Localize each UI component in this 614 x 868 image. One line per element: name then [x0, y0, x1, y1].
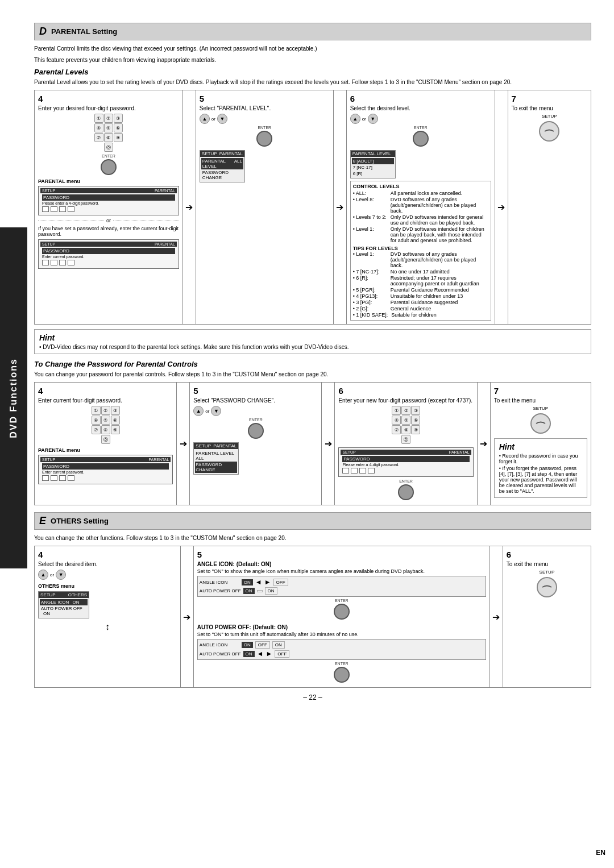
tips-title: TIPS FOR LEVELS — [353, 246, 488, 251]
key3-4: ④ — [392, 416, 401, 425]
up-btn-1[interactable]: ▲ — [200, 114, 210, 124]
screen-body-1: PASSWORD Please enter a 4-digit password… — [40, 193, 177, 213]
auto-power-label: AUTO POWER OFF — [200, 588, 241, 593]
tip-8-val: Suitable for children — [391, 312, 437, 318]
step-4-cell: 4 Enter your desired four-digit password… — [35, 90, 182, 324]
updown-indicator: ↕ — [38, 622, 177, 632]
enter-btn-4[interactable] — [248, 423, 264, 439]
ps3-setup: SETUP — [42, 458, 55, 462]
pw-enter-header: SETUP PARENTAL — [341, 450, 471, 455]
tip-1-key: • Level 1: — [353, 251, 387, 268]
tip-6-val: Parental Guidance suggested — [391, 300, 458, 305]
or-nav-3: or — [205, 409, 209, 414]
arrow-right-2: ► — [265, 650, 272, 658]
others-screen-header: SETUP OTHERS — [39, 592, 89, 598]
down-btn-4[interactable]: ▼ — [56, 570, 66, 580]
enter-btn-6[interactable] — [334, 604, 350, 620]
angle-icon-desc: Set to "ON" to show the angle icon when … — [197, 568, 486, 574]
key-6: ⑥ — [114, 123, 123, 132]
auto-angle-off: OFF — [255, 641, 270, 649]
level-7to2-key: • Levels 7 to 2: — [353, 214, 387, 226]
ps3-enter-pw: Enter current password. — [42, 470, 169, 474]
arrow-left-2: ◄ — [257, 650, 264, 658]
step-5e-number: 5 — [197, 550, 486, 559]
input-row-1 — [42, 206, 175, 212]
ps3-parental: PARENTAL — [148, 458, 169, 462]
enter-btn-1[interactable] — [101, 159, 117, 175]
os-auto-val: ON — [43, 611, 50, 616]
pw-row-1: PARENTAL LEVEL ALL — [195, 450, 237, 462]
up-btn-2[interactable]: ▲ — [350, 114, 360, 124]
pl-row-2: PASSWORD CHANGE — [202, 170, 242, 180]
ps3-pw-label: PASSWORD — [42, 463, 169, 470]
enter-current-pw-label: Enter current password. — [42, 255, 175, 259]
down-btn-1[interactable]: ▼ — [217, 114, 227, 124]
step-6b-cell: 6 Enter your new four-digit password (ex… — [335, 383, 476, 505]
hint-text-1: • DVD-Video discs may not respond to the… — [39, 344, 586, 350]
step-6-number: 6 — [350, 94, 491, 103]
step-7-text: To exit the menu — [512, 105, 587, 111]
numpad-2: ① ② ③ ④ ⑤ ⑥ ⑦ ⑧ ⑨ ⓪ — [92, 406, 120, 444]
setup-btn-3[interactable] — [537, 577, 557, 597]
enter-btn-7[interactable] — [334, 667, 350, 683]
level-screen-header: PARENTAL LEVEL — [351, 151, 395, 157]
section-d-header: D PARENTAL Setting — [34, 23, 591, 40]
enter-btn-5[interactable] — [398, 484, 414, 500]
pwscreen-setup: SETUP — [196, 443, 211, 448]
parental-menu-label: PARENTAL menu — [38, 178, 179, 184]
auto-power-row: AUTO POWER OFF ON ON — [200, 587, 484, 595]
tip-6-key: • 3 [PG]: — [353, 300, 387, 305]
down-btn-3[interactable]: ▼ — [211, 406, 221, 416]
step-5b-cell: 5 Select "PASSWORD CHANGE". ▲ or ▼ ENTER… — [190, 383, 321, 505]
setup-label-1: SETUP — [42, 189, 55, 193]
step-7-cell: 7 To exit the menu SETUP — [508, 90, 591, 324]
steps-flex-row: 4 Enter your desired four-digit password… — [35, 90, 591, 324]
nav-updown-4: ▲ or ▼ — [38, 570, 177, 580]
level-1-val: Only DVD softwares intended for children… — [391, 226, 488, 243]
setup-label-2: SETUP — [42, 242, 55, 246]
pwe-body: PASSWORD Please enter a 4-digit password… — [341, 455, 471, 475]
plscreen-setup: SETUP — [202, 151, 217, 156]
password-label-2: PASSWORD — [42, 248, 175, 254]
pwscreen-parental: PARENTAL — [213, 443, 237, 448]
key-1: ① — [94, 114, 103, 123]
os-others: OTHERS — [68, 592, 87, 597]
level-row-1: 8 [ADULT] — [352, 158, 394, 164]
auto-autopower-label: AUTO POWER OFF — [200, 651, 241, 657]
control-levels-title: CONTROL LEVELS — [353, 184, 488, 189]
down-btn-2[interactable]: ▼ — [368, 114, 378, 124]
enter-pw-label: Please enter a 4-digit password. — [42, 201, 175, 205]
pwe-box-1 — [342, 468, 349, 474]
plscreen-parental: PARENTAL — [219, 151, 243, 156]
parental-screen-2: SETUP PARENTAL PASSWORD Enter current pa… — [38, 239, 179, 269]
auto-on: ON — [243, 588, 255, 594]
tip-8-key: • 1 [KID SAFE]: — [353, 312, 388, 318]
key-2: ② — [104, 114, 113, 123]
level-screen-body: 8 [ADULT] 7 [NC-17] 6 [R] — [351, 157, 395, 178]
change-pw-title: To Change the Password for Parental Cont… — [34, 360, 591, 368]
pw-box-1 — [42, 206, 49, 212]
step-4-text: Enter your desired four-digit password. — [38, 105, 179, 111]
auto-autopower-row: AUTO POWER OFF ON ◄ ► OFF — [200, 650, 484, 658]
enter-btn-3[interactable] — [413, 131, 429, 147]
level-row-2: 7 [NC-17] — [352, 164, 394, 171]
pwe-box-2 — [351, 468, 358, 474]
up-btn-4[interactable]: ▲ — [38, 570, 48, 580]
setup-label-step7b: SETUP — [494, 406, 587, 411]
key3-0: ⓪ — [401, 435, 410, 444]
setup-btn-2[interactable] — [530, 413, 551, 434]
sidebar-label: DVD Functions — [9, 358, 19, 438]
level-7to2: • Levels 7 to 2: Only DVD softwares inte… — [353, 214, 488, 226]
setup-btn-1[interactable] — [539, 121, 559, 142]
pw-box-5 — [42, 260, 49, 265]
enter-label-5: ENTER — [338, 479, 473, 483]
tip-4-key: • 5 [PGR]: — [353, 287, 387, 293]
hint-title-2: Hint — [499, 442, 582, 451]
up-btn-3[interactable]: ▲ — [193, 406, 204, 416]
enter-btn-2[interactable] — [256, 131, 272, 147]
step-6e-number: 6 — [507, 550, 587, 559]
step-7b-number: 7 — [494, 386, 587, 396]
pwe-setup: SETUP — [342, 450, 355, 454]
auto-power-section: AUTO POWER OFF: (Default: ON) Set to "ON… — [197, 624, 486, 683]
level-all-key: • ALL: — [353, 190, 387, 196]
